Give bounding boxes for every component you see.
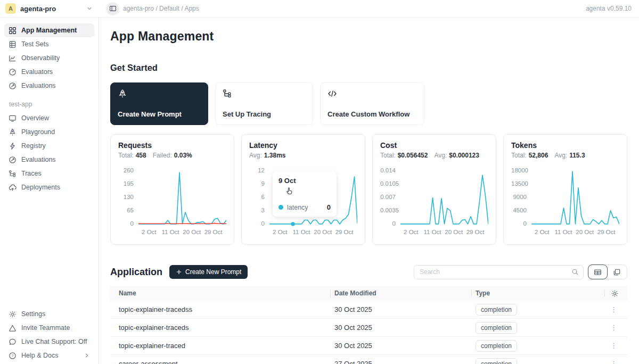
sidebar-toggle-button[interactable] xyxy=(105,2,120,16)
sidebar-item[interactable]: Observability xyxy=(4,51,94,65)
table-header: Name Date Modified Type xyxy=(110,286,627,301)
column-header-date-modified[interactable]: Date Modified xyxy=(330,286,471,301)
series-dot xyxy=(278,205,283,210)
table-icon xyxy=(9,40,17,48)
sidebar-item-label: Help & Docs xyxy=(21,352,58,359)
column-header-type[interactable]: Type xyxy=(471,286,604,301)
create-new-prompt-button[interactable]: Create New Prompt xyxy=(169,265,248,279)
table-row[interactable]: topic-explainer-traceds 30 Oct 2025 comp… xyxy=(110,319,627,337)
sidebar-item[interactable]: App Management xyxy=(4,23,94,37)
chart-x-axis: 2 Oct11 Oct20 Oct29 Oct xyxy=(531,229,619,237)
tree-icon xyxy=(9,170,17,178)
sidebar-item[interactable]: Live Chat Support: Off xyxy=(4,335,94,349)
code-icon xyxy=(327,89,337,98)
table-row[interactable]: topic-explainer-traced 30 Oct 2025 compl… xyxy=(110,337,627,355)
main-content: App Management Get Started Create New Pr… xyxy=(100,18,639,364)
svg-text:?: ? xyxy=(11,353,13,358)
chart-title: Tokens xyxy=(511,141,619,150)
search-box xyxy=(414,265,584,279)
chart-title: Requests xyxy=(118,141,226,150)
search-icon[interactable] xyxy=(571,268,579,276)
speed-icon xyxy=(9,156,17,164)
rocket-icon xyxy=(118,89,127,98)
chart-title: Latency xyxy=(249,141,357,150)
row-menu-icon[interactable]: ⋮ xyxy=(610,324,627,332)
page-title: App Management xyxy=(110,29,627,44)
sidebar-item[interactable]: Evaluators xyxy=(4,65,94,79)
chart-y-axis: 1800013500900045000 xyxy=(511,167,531,227)
table-settings-button[interactable] xyxy=(604,286,627,301)
chart-y-axis: 260195130650 xyxy=(118,167,138,227)
get-started-card-label: Create New Prompt xyxy=(118,110,182,118)
table-row[interactable]: career-assessment 27 Oct 2025 completion… xyxy=(110,355,627,364)
sidebar-item[interactable]: Deployments xyxy=(4,180,94,194)
table-body: topic-explainer-tracedss 30 Oct 2025 com… xyxy=(110,301,627,364)
date-modified-cell: 30 Oct 2025 xyxy=(330,324,471,332)
chart-stats: Total:$0.056452Avg:$0.000123 xyxy=(380,152,488,159)
date-modified-cell: 30 Oct 2025 xyxy=(330,342,471,350)
app-name-cell: topic-explainer-traced xyxy=(110,342,330,350)
metric-chart-card: Requests Total:458Failed:0.03% 260195130… xyxy=(110,134,234,245)
row-menu-icon[interactable]: ⋮ xyxy=(610,342,627,350)
speed-icon xyxy=(9,82,17,90)
cloud-icon xyxy=(9,184,17,192)
hand-cursor-icon xyxy=(284,186,294,195)
sidebar-item[interactable]: Playground xyxy=(4,125,94,139)
chart-plot[interactable] xyxy=(400,168,488,227)
sidebar-item-label: Settings xyxy=(21,310,45,318)
gear-icon xyxy=(611,289,619,297)
sidebar-item[interactable]: Registry xyxy=(4,139,94,153)
tooltip-series-name: latency xyxy=(287,204,308,211)
table-row[interactable]: topic-explainer-tracedss 30 Oct 2025 com… xyxy=(110,301,627,319)
series-line-failed xyxy=(138,223,226,224)
sidebar-item[interactable]: Evaluations xyxy=(4,79,94,93)
search-input[interactable] xyxy=(420,268,571,276)
gear-icon xyxy=(9,310,17,318)
hovered-point-marker xyxy=(291,222,294,226)
workspace-switcher[interactable]: A agenta-pro xyxy=(0,0,99,17)
rocket-icon xyxy=(9,128,17,136)
application-section-header: Application Create New Prompt xyxy=(110,264,627,279)
card-view-icon xyxy=(613,268,621,276)
metric-charts: Requests Total:458Failed:0.03% 260195130… xyxy=(110,134,627,245)
app-name-cell: topic-explainer-traceds xyxy=(110,324,330,332)
sidebar-item-label: Overview xyxy=(21,114,49,122)
sidebar-app-nav: Overview Playground Registry Evaluations… xyxy=(4,111,94,194)
chart-plot[interactable] xyxy=(531,168,619,227)
table-view-button[interactable] xyxy=(588,264,608,279)
sidebar-item-label: Live Chat Support: Off xyxy=(21,338,87,345)
sidebar-item[interactable]: Settings xyxy=(4,307,94,321)
chart-plot[interactable] xyxy=(138,168,226,227)
chart-x-axis: 2 Oct11 Oct20 Oct29 Oct xyxy=(269,229,357,237)
metric-chart-card: Latency Avg:1.38ms 129630 2 Oct11 Oct20 … xyxy=(241,134,365,245)
sidebar-item[interactable]: Invite Teammate xyxy=(4,321,94,335)
sidebar-item-label: Evaluations xyxy=(21,156,56,163)
monitor-icon xyxy=(9,114,17,122)
chart-stat: Avg:115.3 xyxy=(554,152,585,159)
version-label: agenta v0.59.10 xyxy=(586,5,639,12)
sidebar-item[interactable]: Evaluations xyxy=(4,153,94,167)
sidebar-item[interactable]: Traces xyxy=(4,167,94,180)
get-started-cards: Create New Prompt Set Up Tracing Create … xyxy=(110,82,627,125)
applications-table: Name Date Modified Type topic-explainer-… xyxy=(110,286,627,364)
tooltip-value: 0 xyxy=(327,203,331,211)
chart-y-axis: 129630 xyxy=(249,167,269,227)
column-header-name[interactable]: Name xyxy=(110,286,330,301)
series-line-tokens xyxy=(531,171,619,224)
top-bar: A agenta-pro agenta-pro / Default / Apps… xyxy=(0,0,639,18)
get-started-card[interactable]: Create Custom Workflow xyxy=(320,82,424,125)
sidebar-item[interactable]: Overview xyxy=(4,111,94,125)
sidebar-item[interactable]: ? Help & Docs xyxy=(4,349,94,362)
chart-x-axis: 2 Oct11 Oct20 Oct29 Oct xyxy=(400,229,488,237)
row-menu-icon[interactable]: ⋮ xyxy=(610,360,627,364)
app-name-cell: topic-explainer-tracedss xyxy=(110,305,330,313)
application-heading: Application xyxy=(110,267,162,278)
get-started-card[interactable]: Create New Prompt xyxy=(110,82,208,125)
chart-stat: Avg:$0.000123 xyxy=(434,152,479,159)
sidebar-item[interactable]: Test Sets xyxy=(4,37,94,51)
get-started-card[interactable]: Set Up Tracing xyxy=(215,82,313,125)
row-menu-icon[interactable]: ⋮ xyxy=(610,305,627,313)
card-view-button[interactable] xyxy=(607,265,627,279)
series-line-cost xyxy=(400,175,488,224)
chart-stat: Total:458 xyxy=(118,152,146,159)
